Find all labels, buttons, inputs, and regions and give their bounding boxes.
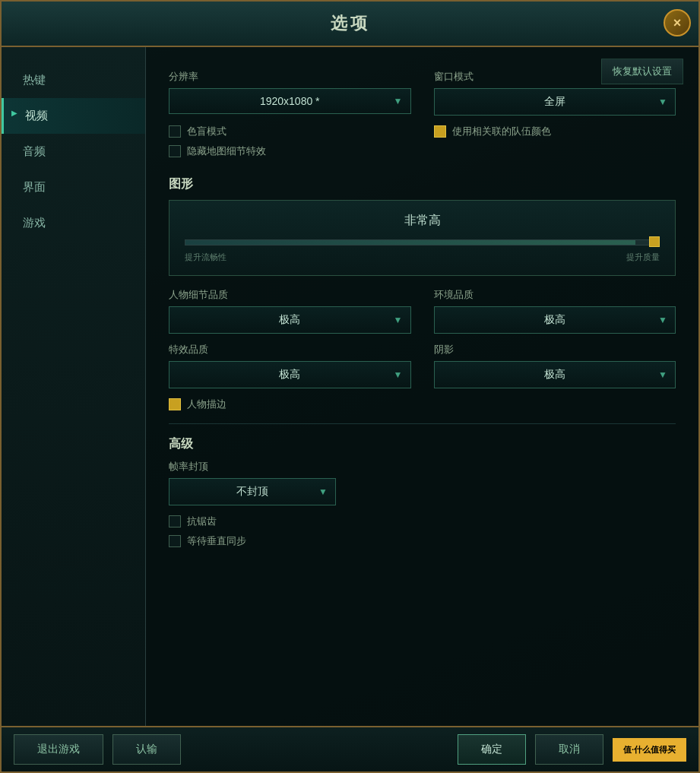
effects-quality-dropdown[interactable]: 极高 ▼ xyxy=(169,361,411,388)
shadow-label: 阴影 xyxy=(434,343,676,356)
character-quality-arrow: ▼ xyxy=(394,315,403,325)
outline-checkbox[interactable] xyxy=(169,398,181,410)
team-color-checkbox[interactable] xyxy=(434,125,446,138)
close-button[interactable]: × xyxy=(664,9,691,36)
shadow-arrow: ▼ xyxy=(658,369,667,380)
team-color-col: 使用相关联的队伍颜色 xyxy=(434,125,676,164)
character-quality-col: 人物细节品质 极高 ▼ xyxy=(169,288,411,334)
sidebar-item-hotkeys[interactable]: 热键 xyxy=(2,62,145,98)
character-quality-label: 人物细节品质 xyxy=(169,288,411,302)
vsync-row: 等待垂直同步 xyxy=(169,534,676,548)
env-quality-col: 环境品质 极高 ▼ xyxy=(434,288,676,334)
env-quality-label: 环境品质 xyxy=(434,288,676,302)
shadow-dropdown[interactable]: 极高 ▼ xyxy=(434,361,676,388)
env-quality-arrow: ▼ xyxy=(658,315,667,325)
surrender-button[interactable]: 认输 xyxy=(112,734,181,765)
framerate-arrow: ▼ xyxy=(318,486,328,497)
graphics-section-header: 图形 xyxy=(169,176,676,192)
anti-alias-checkbox[interactable] xyxy=(169,515,181,527)
graphics-preset-label: 非常高 xyxy=(185,213,660,229)
resolution-label: 分辨率 xyxy=(169,70,411,84)
quit-game-button[interactable]: 退出游戏 xyxy=(14,734,103,765)
divider xyxy=(169,423,676,424)
shadow-col: 阴影 极高 ▼ xyxy=(434,343,676,388)
resolution-row: 分辨率 1920x1080 * ▼ 窗口模式 全屏 ▼ xyxy=(169,70,676,116)
slider-labels: 提升流畅性 提升质量 xyxy=(185,252,660,263)
env-quality-dropdown[interactable]: 极高 ▼ xyxy=(434,306,676,334)
ok-button[interactable]: 确定 xyxy=(458,734,526,765)
main-layout: 热键 视频 音频 界面 游戏 恢复默认设置 分辨率 xyxy=(2,47,698,726)
sidebar-item-game[interactable]: 游戏 xyxy=(2,205,145,241)
effects-quality-label: 特效品质 xyxy=(169,343,411,356)
sidebar-item-interface[interactable]: 界面 xyxy=(2,169,145,205)
colorblind-col: 色盲模式 隐藏地图细节特效 xyxy=(169,125,411,164)
framerate-label: 帧率封顶 xyxy=(169,460,676,474)
slider-thumb[interactable] xyxy=(649,236,660,247)
effects-quality-col: 特效品质 极高 ▼ xyxy=(169,343,411,388)
hide-map-row: 隐藏地图细节特效 xyxy=(169,144,411,158)
options-dialog: 选项 × 热键 视频 音频 界面 游戏 恢复默认设置 xyxy=(0,0,700,773)
framerate-dropdown[interactable]: 不封顶 ▼ xyxy=(169,478,336,505)
restore-defaults-button[interactable]: 恢复默认设置 xyxy=(601,59,683,84)
character-quality-dropdown[interactable]: 极高 ▼ xyxy=(169,306,411,334)
resolution-col: 分辨率 1920x1080 * ▼ xyxy=(169,70,411,116)
outline-row: 人物描边 xyxy=(169,398,676,411)
sidebar: 热键 视频 音频 界面 游戏 xyxy=(2,47,146,726)
framerate-section: 帧率封顶 不封顶 ▼ xyxy=(169,460,676,505)
vsync-checkbox[interactable] xyxy=(169,535,181,547)
quality-slider[interactable] xyxy=(185,238,660,247)
team-color-row: 使用相关联的队伍颜色 xyxy=(434,125,676,138)
colorblind-checkbox[interactable] xyxy=(169,125,181,138)
slider-fill xyxy=(185,240,635,245)
title-bar: 选项 × xyxy=(2,2,698,47)
anti-alias-row: 抗锯齿 xyxy=(169,515,676,528)
bottom-bar: 退出游戏 认输 确定 取消 值·什么值得买 xyxy=(2,726,698,771)
resolution-dropdown-arrow: ▼ xyxy=(394,96,403,106)
window-mode-dropdown-arrow: ▼ xyxy=(658,97,667,107)
sidebar-item-audio[interactable]: 音频 xyxy=(2,134,145,169)
content-area: 恢复默认设置 分辨率 1920x1080 * ▼ 窗口模式 全屏 ▼ xyxy=(146,47,698,726)
graphics-box: 非常高 提升流畅性 提升质量 xyxy=(169,200,676,276)
quality-row-1: 人物细节品质 极高 ▼ 环境品质 极高 ▼ xyxy=(169,288,676,334)
quality-row-2: 特效品质 极高 ▼ 阴影 极高 ▼ xyxy=(169,343,676,388)
dialog-title: 选项 xyxy=(331,12,370,35)
window-mode-dropdown[interactable]: 全屏 ▼ xyxy=(434,88,676,116)
resolution-dropdown[interactable]: 1920x1080 * ▼ xyxy=(169,88,411,114)
effects-quality-arrow: ▼ xyxy=(394,369,403,380)
hide-map-checkbox[interactable] xyxy=(169,145,181,157)
colorblind-row: 色盲模式 xyxy=(169,125,411,138)
sidebar-item-video[interactable]: 视频 xyxy=(2,98,145,134)
checkboxes-row: 色盲模式 隐藏地图细节特效 使用相关联的队伍颜色 xyxy=(169,125,676,164)
slider-track xyxy=(185,239,660,246)
advanced-section-header: 高级 xyxy=(169,436,676,452)
watermark: 值·什么值得买 xyxy=(613,738,686,762)
cancel-button[interactable]: 取消 xyxy=(535,734,603,765)
